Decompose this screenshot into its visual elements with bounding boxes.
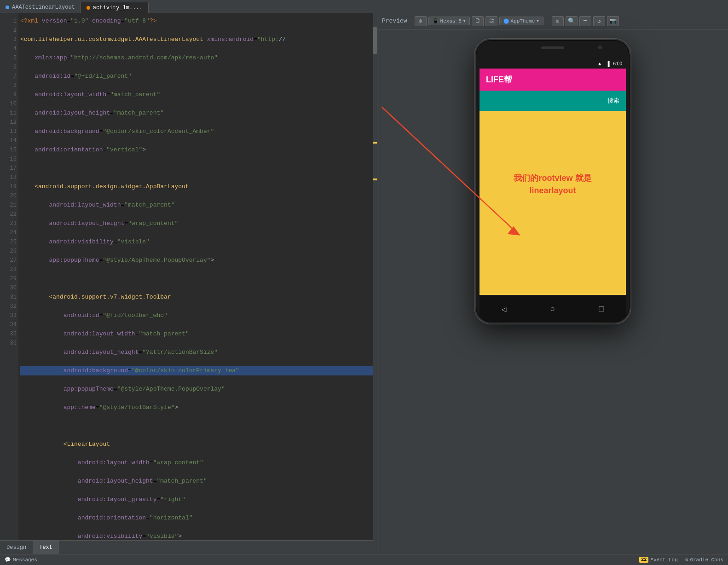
tab-text[interactable]: Text [33, 541, 59, 554]
home-nav-icon: ○ [550, 305, 555, 314]
tab-design[interactable]: Design [0, 541, 33, 554]
tab-dot-orange [87, 6, 90, 10]
preview-panel: Preview ⊕ 📱 Nexus 5 ▾ 🗋 🗂 ⬤ AppTheme ▾ [377, 13, 728, 554]
phone-screen: ▲ ▐ 6:00 LIFE帮 搜索 [480, 58, 626, 295]
phone-status-bar: ▲ ▐ 6:00 [480, 58, 626, 69]
phone-camera [598, 46, 602, 49]
tab-dot-blue [6, 6, 9, 9]
zoom-fit-icon[interactable]: ⊞ [552, 16, 564, 26]
refresh-icon[interactable]: ↺ [593, 16, 605, 26]
phone-toolbar: 搜索 [480, 91, 626, 111]
device-icon: 📱 [433, 18, 439, 24]
line-numbers: 12345 678910 1112131415 1617181920 21222… [0, 13, 18, 540]
theme-selector-button[interactable]: ⬤ AppTheme ▾ [499, 17, 543, 25]
wifi-icon: ▲ [597, 61, 602, 66]
phone-annotation-text: 我们的rootview 就是linearlayout [514, 172, 591, 197]
phone-mockup: ▲ ▐ 6:00 LIFE帮 搜索 [474, 39, 631, 324]
preview-zoom-out-icon[interactable]: ⊕ [415, 16, 427, 26]
preview-title: Preview [382, 17, 407, 24]
event-badge: 22 [639, 557, 648, 563]
gradle-status[interactable]: ⚙ Gradle Cons [685, 557, 723, 563]
preview-header: Preview ⊕ 📱 Nexus 5 ▾ 🗋 🗂 ⬤ AppTheme ▾ [377, 13, 728, 29]
theme-chevron-icon: ▾ [536, 18, 539, 24]
phone-time: 6:00 [613, 61, 622, 66]
code-text[interactable]: <?xml version="1.0" encoding="utf-8"?> <… [18, 13, 377, 540]
recents-nav-icon: □ [599, 305, 604, 314]
phone-appbar-title: LIFE帮 [486, 74, 512, 85]
theme-icon: ⬤ [503, 18, 509, 24]
scrollbar-thumb[interactable] [373, 27, 377, 54]
phone-nav-bar: ◁ ○ □ [480, 296, 626, 323]
editor-panel: 12345 678910 1112131415 1617181920 21222… [0, 13, 377, 554]
editor-bottom-tabs: Design Text [0, 540, 377, 554]
gradle-icon: ⚙ [685, 557, 688, 563]
preview-body: ▲ ▐ 6:00 LIFE帮 搜索 [377, 29, 728, 554]
camera-icon[interactable]: 📷 [607, 16, 619, 26]
messages-status[interactable]: 💬 Messages [5, 557, 37, 563]
phone-appbar: LIFE帮 [480, 69, 626, 91]
scrollbar-mark-2 [373, 179, 377, 180]
phone-speaker [541, 46, 564, 49]
scrollbar-mark-1 [373, 142, 377, 144]
status-bar: 💬 Messages 22 Event Log ⚙ Gradle Cons [0, 554, 728, 565]
phone-toolbar-search: 搜索 [607, 97, 619, 105]
file2-icon[interactable]: 🗂 [485, 16, 497, 26]
event-log-status[interactable]: 22 Event Log [639, 557, 677, 563]
preview-toolbar: ⊕ 📱 Nexus 5 ▾ 🗋 🗂 ⬤ AppTheme ▾ [415, 16, 543, 26]
vertical-scrollbar[interactable] [373, 13, 377, 540]
zoom-in-icon[interactable]: 🔍 [566, 16, 578, 26]
code-editor[interactable]: 12345 678910 1112131415 1617181920 21222… [0, 13, 377, 540]
signal-icon: ▐ [606, 61, 610, 66]
tab-aaatestlinearlayout[interactable]: AAATestLinearLayout [0, 2, 81, 13]
message-icon: 💬 [5, 557, 11, 563]
file-icon[interactable]: 🗋 [472, 16, 484, 26]
tab-bar: AAATestLinearLayout activity_lm.... [0, 0, 728, 13]
back-nav-icon: ◁ [502, 304, 507, 314]
main-area: 12345 678910 1112131415 1617181920 21222… [0, 13, 728, 554]
chevron-down-icon: ▾ [463, 18, 466, 24]
device-selector-button[interactable]: 📱 Nexus 5 ▾ [428, 17, 470, 25]
tab-activity-lm[interactable]: activity_lm.... [81, 2, 149, 13]
phone-content-area: 我们的rootview 就是linearlayout [480, 111, 626, 295]
zoom-out-icon[interactable]: − [579, 16, 591, 26]
